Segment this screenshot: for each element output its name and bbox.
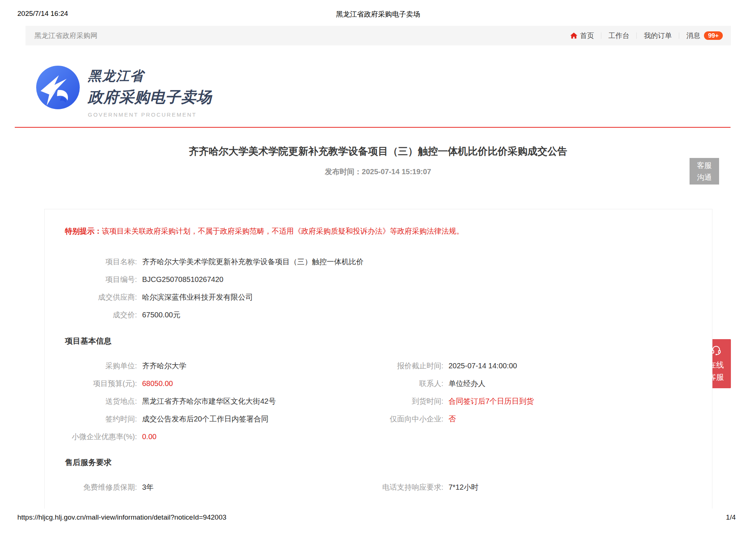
info-row: 免费维修质保期:3年电话支持响应要求:7*12小时	[65, 482, 692, 492]
field: 成交价:67500.00元	[65, 310, 180, 320]
publish-time-value: 2025-07-14 15:19:07	[362, 168, 431, 176]
basic-info-heading: 项目基本信息	[65, 336, 692, 346]
field-label: 到货时间:	[316, 396, 443, 406]
field: 签约时间:成交公告发布后20个工作日内签署合同	[65, 414, 316, 424]
nav-home-label: 首页	[580, 31, 594, 41]
announcement-card: 特别提示：该项目未关联政府采购计划，不属于政府采购范畴，不适用《政府采购质疑和投…	[44, 209, 712, 509]
print-url: https://hljcg.hlj.gov.cn/mall-view/infor…	[17, 513, 226, 521]
field-label: 免费维修质保期:	[65, 482, 137, 492]
field-label: 项目名称:	[65, 257, 137, 267]
field: 电话支持响应要求:7*12小时	[316, 482, 692, 492]
red-divider	[15, 127, 731, 128]
field-value: 7*12小时	[449, 482, 478, 492]
info-row: 小微企业优惠率(%):0.00	[65, 432, 692, 442]
summary-row: 成交价:67500.00元	[65, 310, 692, 320]
nav-separator	[679, 32, 679, 39]
field-value: 黑龙江省齐齐哈尔市建华区文化大街42号	[142, 396, 276, 406]
nav-workbench[interactable]: 工作台	[608, 31, 629, 41]
logo-line2: 政府采购电子卖场	[88, 87, 212, 107]
info-row: 送货地点:黑龙江省齐齐哈尔市建华区文化大街42号到货时间:合同签订后7个日历日到…	[65, 396, 692, 406]
print-page: 2025/7/14 16:24 黑龙江省政府采购电子卖场 黑龙江省政府采购网 首…	[0, 0, 756, 534]
special-notice: 特别提示：该项目未关联政府采购计划，不属于政府采购范畴，不适用《政府采购质疑和投…	[65, 226, 692, 236]
field: 仅面向中小企业:否	[316, 414, 692, 424]
field: 成交供应商:哈尔滨深蓝伟业科技开发有限公司	[65, 292, 253, 302]
summary-row: 成交供应商:哈尔滨深蓝伟业科技开发有限公司	[65, 292, 692, 302]
after-sales-heading: 售后服务要求	[65, 457, 692, 468]
info-row: 采购单位:齐齐哈尔大学报价截止时间:2025-07-14 14:00:00	[65, 361, 692, 371]
service-chat-line2: 沟通	[697, 171, 712, 183]
field-label: 项目编号:	[65, 275, 137, 285]
info-row: 项目预算(元):68050.00联系人:单位经办人	[65, 379, 692, 389]
basic-info-grid: 采购单位:齐齐哈尔大学报价截止时间:2025-07-14 14:00:00项目预…	[65, 361, 692, 442]
field: 采购单位:齐齐哈尔大学	[65, 361, 316, 371]
field-label: 仅面向中小企业:	[316, 414, 443, 424]
field: 报价截止时间:2025-07-14 14:00:00	[316, 361, 692, 371]
site-logo: 黑龙江省 政府采购电子卖场 GOVERNMENT PROCUREMENT	[36, 66, 212, 118]
info-row: 签约时间:成交公告发布后20个工作日内签署合同仅面向中小企业:否	[65, 414, 692, 424]
summary-fields: 项目名称:齐齐哈尔大学美术学院更新补充教学设备项目（三）触控一体机比价项目编号:…	[65, 257, 692, 320]
logo-line1: 黑龙江省	[88, 67, 212, 85]
field: 项目名称:齐齐哈尔大学美术学院更新补充教学设备项目（三）触控一体机比价	[65, 257, 364, 267]
field-label: 送货地点:	[65, 396, 137, 406]
field-label: 小微企业优惠率(%):	[65, 432, 137, 442]
field-label: 联系人:	[316, 379, 443, 389]
field: 免费维修质保期:3年	[65, 482, 316, 492]
field-label: 电话支持响应要求:	[316, 482, 443, 492]
service-chat-line1: 客服	[697, 159, 712, 171]
field-value: 合同签订后7个日历日到货	[449, 396, 534, 406]
field-label: 采购单位:	[65, 361, 137, 371]
special-notice-text: 该项目未关联政府采购计划，不属于政府采购范畴，不适用《政府采购质疑和投诉办法》等…	[102, 227, 464, 235]
nav-orders[interactable]: 我的订单	[644, 31, 672, 41]
message-count-badge[interactable]: 99+	[704, 31, 723, 40]
top-nav: 首页 工作台 我的订单 消息 99+	[570, 31, 723, 41]
field-label: 项目预算(元):	[65, 379, 137, 389]
nav-separator	[601, 32, 601, 39]
field-value: 68050.00	[142, 379, 173, 389]
summary-row: 项目名称:齐齐哈尔大学美术学院更新补充教学设备项目（三）触控一体机比价	[65, 257, 692, 267]
field-label: 成交供应商:	[65, 292, 137, 302]
field-value: 哈尔滨深蓝伟业科技开发有限公司	[142, 292, 253, 302]
dragon-logo-icon	[36, 66, 80, 109]
special-notice-label: 特别提示：	[65, 227, 102, 235]
home-icon	[570, 32, 578, 39]
field: 联系人:单位经办人	[316, 379, 692, 389]
site-name: 黑龙江省政府采购网	[34, 31, 97, 41]
field: 送货地点:黑龙江省齐齐哈尔市建华区文化大街42号	[65, 396, 316, 406]
field-value: 齐齐哈尔大学美术学院更新补充教学设备项目（三）触控一体机比价	[142, 257, 364, 267]
summary-row: 项目编号:BJCG250708510267420	[65, 275, 692, 285]
field-value: 成交公告发布后20个工作日内签署合同	[142, 414, 268, 424]
field-label: 成交价:	[65, 310, 137, 320]
field-value: 67500.00元	[142, 310, 180, 320]
field: 项目预算(元):68050.00	[65, 379, 316, 389]
publish-time-line: 发布时间：2025-07-14 15:19:07	[0, 167, 756, 177]
field-value: BJCG250708510267420	[142, 275, 223, 285]
topbar: 黑龙江省政府采购网 首页 工作台 我的订单 消息 99+	[25, 26, 731, 45]
field-label: 报价截止时间:	[316, 361, 443, 371]
field-value: 2025-07-14 14:00:00	[449, 361, 517, 371]
field-value: 3年	[142, 482, 154, 492]
service-chat-button[interactable]: 客服 沟通	[690, 158, 719, 185]
after-sales-grid: 免费维修质保期:3年电话支持响应要求:7*12小时	[65, 482, 692, 492]
field-value: 单位经办人	[449, 379, 485, 389]
nav-messages[interactable]: 消息	[686, 31, 700, 41]
logo-line3: GOVERNMENT PROCUREMENT	[88, 111, 212, 118]
field-value: 0.00	[142, 432, 157, 442]
nav-home[interactable]: 首页	[570, 31, 594, 41]
nav-separator	[636, 32, 637, 39]
print-doc-title: 黑龙江省政府采购电子卖场	[0, 10, 756, 19]
field-value: 齐齐哈尔大学	[142, 361, 186, 371]
field-value: 否	[449, 414, 456, 424]
announcement-title: 齐齐哈尔大学美术学院更新补充教学设备项目（三）触控一体机比价比价采购成交公告	[0, 145, 756, 158]
field: 项目编号:BJCG250708510267420	[65, 275, 223, 285]
logo-text: 黑龙江省 政府采购电子卖场 GOVERNMENT PROCUREMENT	[88, 66, 212, 118]
print-page-indicator: 1/4	[726, 513, 736, 521]
publish-time-label: 发布时间：	[325, 168, 362, 176]
field: 小微企业优惠率(%):0.00	[65, 432, 316, 442]
field-label: 签约时间:	[65, 414, 137, 424]
field: 到货时间:合同签订后7个日历日到货	[316, 396, 692, 406]
